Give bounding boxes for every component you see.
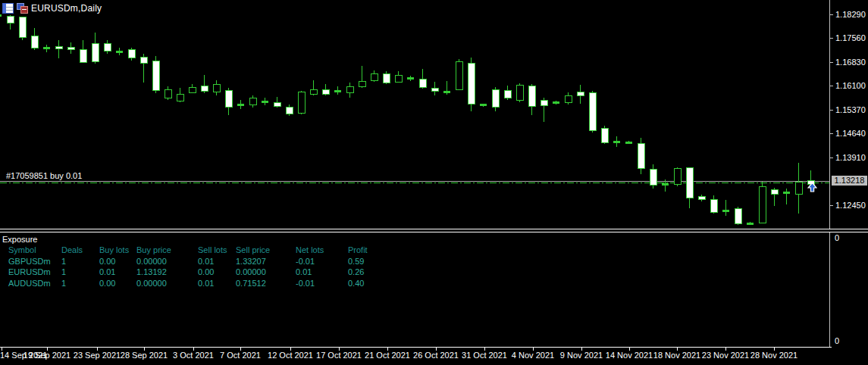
open-position-label: #17059851 buy 0.01	[6, 171, 82, 180]
candlestick	[625, 141, 632, 144]
candlestick	[104, 40, 111, 53]
candlestick	[237, 100, 244, 109]
candlestick	[165, 86, 171, 99]
exposure-panel: Exposure SymbolDealsBuy lotsBuy priceSel…	[0, 232, 829, 347]
time-axis-label: 28 Nov 2021	[750, 351, 797, 360]
price-axis-label: 1.18290	[835, 10, 866, 19]
candlestick	[710, 195, 717, 214]
candlestick	[783, 189, 790, 204]
time-axis[interactable]: 14 Sep 202119 Sep 202123 Sep 202128 Sep …	[0, 347, 868, 365]
price-axis[interactable]: 1.13218 0 0 1.182901.175601.168301.16100…	[829, 0, 868, 348]
candlestick	[395, 71, 402, 83]
exposure-cell: EURUSDm	[8, 267, 51, 276]
subwindow-axis-top-label: 0	[835, 233, 839, 242]
exposure-cell: 0.01	[296, 267, 312, 276]
exposure-cell: Sell price	[236, 245, 270, 254]
candlestick	[577, 85, 584, 104]
exposure-cell: GBPUSDm	[8, 257, 51, 266]
candlestick-chart-area[interactable]	[0, 0, 829, 229]
candlestick	[383, 71, 390, 84]
candlestick	[601, 126, 608, 144]
candlestick	[795, 163, 802, 214]
exposure-cell: Symbol	[8, 245, 36, 254]
time-axis-label: 28 Sep 2021	[121, 351, 168, 360]
price-axis-label: 1.15370	[835, 105, 866, 114]
candlestick	[589, 91, 596, 133]
price-tick	[830, 133, 833, 134]
candlestick	[456, 59, 462, 90]
candlestick	[759, 182, 766, 223]
candlestick	[286, 105, 293, 116]
exposure-cell: Deals	[61, 245, 83, 254]
candlestick	[613, 136, 620, 147]
candlestick	[771, 188, 778, 205]
exposure-cell: Profit	[348, 245, 368, 254]
exposure-cell: 1	[61, 279, 66, 288]
exposure-cell: 0.59	[348, 257, 364, 266]
candlestick	[7, 15, 14, 30]
candlestick	[674, 167, 681, 186]
time-axis-label: 23 Nov 2021	[702, 351, 749, 360]
subwindow-axis-bottom-label: 0	[835, 336, 839, 345]
price-tick	[830, 38, 833, 39]
exposure-cell: 0.00000	[136, 279, 167, 288]
candlestick	[92, 33, 99, 64]
chart-symbol-period-label: EURUSDm,Daily	[31, 3, 102, 14]
exposure-cell: 0.01	[198, 257, 214, 266]
candlestick	[407, 76, 414, 81]
candlestick	[213, 80, 220, 95]
candlestick	[419, 69, 426, 89]
time-axis-label: 26 Oct 2021	[413, 351, 459, 360]
candlestick	[274, 97, 280, 108]
time-axis-label: 23 Sep 2021	[74, 351, 121, 360]
price-tick	[830, 14, 833, 15]
exposure-cell: Buy lots	[99, 245, 129, 254]
time-axis-label: 19 Sep 2021	[24, 351, 71, 360]
candlestick	[310, 80, 317, 95]
price-axis-label: 1.12450	[835, 201, 866, 210]
candlestick	[43, 45, 50, 52]
exposure-cell: 1.33207	[236, 257, 266, 266]
time-axis-label: 14 Nov 2021	[606, 351, 653, 360]
candlestick	[516, 83, 523, 101]
time-axis-label: 18 Nov 2021	[653, 351, 700, 360]
candlestick	[31, 28, 38, 49]
candlestick	[128, 48, 135, 60]
candlestick	[225, 88, 232, 114]
price-tick	[830, 158, 833, 158]
candlestick	[152, 56, 159, 94]
exposure-data-row: EURUSDm10.011.131920.000.000000.010.26	[0, 267, 829, 278]
time-axis-line	[0, 347, 832, 348]
candlestick	[504, 86, 511, 99]
candlestick	[262, 98, 268, 105]
candlestick	[55, 40, 62, 58]
current-price-tag: 1.13218	[832, 176, 867, 186]
candlestick	[359, 66, 365, 88]
candlestick	[0, 14, 2, 17]
candlestick	[19, 17, 26, 40]
candlestick	[249, 95, 256, 108]
candlestick	[650, 164, 656, 189]
candlestick	[67, 42, 74, 54]
exposure-panel-title: Exposure	[2, 235, 37, 244]
price-axis-label: 1.16830	[835, 58, 866, 67]
exposure-cell: 0.00	[99, 279, 115, 288]
exposure-cell: Sell lots	[198, 245, 227, 254]
price-tick	[830, 62, 833, 63]
exposure-data-row: AUDUSDm10.000.000000.010.71512-0.010.40	[0, 279, 829, 289]
exposure-cell: 0.00	[198, 267, 214, 276]
exposure-cell: 1.13192	[136, 267, 167, 276]
candlestick	[298, 91, 305, 114]
chart-title-row: EURUSDm,Daily	[2, 2, 102, 15]
candlestick	[480, 104, 487, 107]
candlestick	[541, 98, 547, 121]
chart-window: EURUSDm,Daily #17059851 buy 0.01 1.13218…	[0, 0, 868, 365]
exposure-header-row: SymbolDealsBuy lotsBuy priceSell lotsSel…	[0, 245, 829, 256]
price-axis-label: 1.17560	[835, 33, 866, 42]
price-tick	[830, 205, 833, 206]
exposure-cell: Buy price	[136, 245, 171, 254]
exposure-cell: 0.40	[348, 279, 364, 288]
exposure-cell: Net lots	[296, 245, 324, 254]
time-axis-label: 12 Oct 2021	[268, 351, 313, 360]
candlestick	[468, 58, 475, 111]
